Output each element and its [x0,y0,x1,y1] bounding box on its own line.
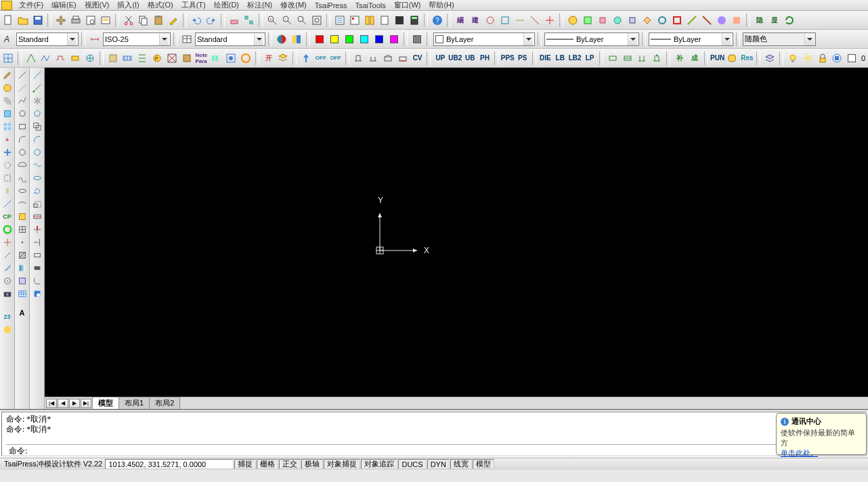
layer-stack-icon[interactable] [763,51,777,65]
vt3-trim-icon[interactable] [31,223,43,236]
vt1-pattern-icon[interactable] [1,95,14,107]
design-center-icon[interactable] [348,14,362,27]
menu-insert[interactable]: 插入(I) [113,0,143,10]
polar-toggle[interactable]: 极轴 [301,459,323,469]
vt3-arc-icon[interactable] [31,133,43,146]
vt1-num23-icon[interactable]: 23 [1,311,14,323]
row3-icon-2[interactable] [24,51,38,65]
linetype-combo[interactable]: ByLayer [544,32,639,46]
row3-die[interactable]: DIE [539,51,552,65]
vt3-extend-icon[interactable] [31,236,43,248]
row3-icon-6[interactable] [83,51,97,65]
ext2-icon-10[interactable] [700,14,714,27]
vt1-palette-icon[interactable] [1,82,14,94]
vt1-target-icon[interactable] [1,275,14,287]
cn-show-icon[interactable]: 显 [768,14,781,27]
redo-icon[interactable] [204,14,218,27]
ext2-icon-7[interactable] [655,14,669,27]
row3-section-3[interactable] [381,51,395,65]
row3-db-icon[interactable] [726,51,739,65]
tab-layout1[interactable]: 布局1 [118,397,150,410]
swatch-yellow[interactable] [328,32,341,46]
row3-pps[interactable]: PPS [501,51,515,65]
vt3-circle-icon[interactable] [31,146,43,158]
tab-model[interactable]: 模型 [92,397,119,410]
circle-icon[interactable] [16,146,28,158]
balloon-link[interactable]: 单击此处。 [781,449,818,457]
row3-off1-icon[interactable]: OFF [314,51,328,65]
vt3-pentagon-icon[interactable] [31,108,43,120]
menu-window[interactable]: 窗口(W) [390,0,425,10]
properties-icon[interactable] [333,14,347,27]
vt1-pan-icon[interactable] [1,185,14,197]
spline-icon[interactable] [16,172,28,184]
vt3-offset-icon[interactable] [31,121,43,133]
table-style-icon[interactable] [180,32,194,46]
tab-nav-next[interactable]: ▶ [69,399,80,408]
copy-icon[interactable] [137,14,150,27]
print-icon[interactable] [69,14,83,27]
menu-modify[interactable]: 修改(M) [276,0,311,10]
row3-section-4[interactable] [396,51,410,65]
vt1-green-ring-icon[interactable] [1,223,14,236]
cn-hide-icon[interactable]: 隐 [753,14,766,27]
ext2-icon-12[interactable] [730,14,743,27]
zoom-prev-icon[interactable] [295,14,309,27]
bylayer-badge-icon[interactable] [290,32,303,46]
vt3-line-icon[interactable] [31,69,43,81]
menu-draw[interactable]: 绘图(D) [210,0,243,10]
cn-icon-1[interactable]: 綑 [454,14,467,27]
vt3-rotate-icon[interactable] [31,185,43,197]
row3-icon-9[interactable] [135,51,149,65]
row3-up-arrow-icon[interactable] [299,51,313,65]
row3-misc-2[interactable] [621,51,634,65]
row3-section-2[interactable] [366,51,380,65]
row3-icon-10[interactable]: P [150,51,164,65]
ext2-icon-9[interactable] [685,14,699,27]
chevron-down-icon[interactable] [254,33,263,45]
markup-icon[interactable] [393,14,406,27]
match-prop-icon[interactable] [167,14,180,27]
row3-off2-icon[interactable]: OFF [329,51,343,65]
ext-icon-4[interactable] [528,14,542,27]
command-prompt[interactable]: 命令: [6,444,862,454]
polygon-icon[interactable] [16,108,28,120]
menu-tsaitools[interactable]: TsaiTools [351,1,389,9]
vt1-move-icon[interactable] [1,146,14,158]
construction-line-icon[interactable] [16,82,28,94]
layer-color-combo[interactable]: ByLayer [433,32,535,46]
row3-ph[interactable]: PH [478,51,492,65]
open-icon[interactable] [16,14,30,27]
ext2-icon-4[interactable] [611,14,624,27]
swatch-grey[interactable] [410,32,424,46]
menu-view[interactable]: 视图(V) [81,0,114,10]
new-icon[interactable] [1,14,15,27]
row3-lb[interactable]: LB [553,51,567,65]
command-history[interactable]: 命令: *取消* 命令: *取消* 命令: [1,412,867,456]
swatch-red[interactable] [313,32,326,46]
vt1-brush-icon[interactable] [1,69,14,81]
erase-icon[interactable] [227,14,241,27]
gradient-icon[interactable] [16,262,28,274]
table-icon[interactable] [16,288,28,300]
ext2-icon-3[interactable] [596,14,609,27]
vt3-stretch-icon[interactable] [31,211,43,223]
ext2-icon-5[interactable] [626,14,639,27]
menu-tools[interactable]: 工具(T) [177,0,210,10]
row3-icon-15[interactable] [239,51,253,65]
row3-ub2[interactable]: UB2 [448,51,462,65]
vt3-break2-icon[interactable] [31,262,43,274]
text-style-combo[interactable]: Standard [16,32,79,46]
pan-icon[interactable] [54,14,68,27]
ducs-toggle[interactable]: DUCS [398,459,426,469]
row3-cv[interactable]: CV [411,51,425,65]
publish-icon[interactable] [99,14,112,27]
paste-icon[interactable] [152,14,165,27]
polyline-icon[interactable] [16,95,28,107]
chevron-down-icon[interactable] [804,33,814,45]
row3-stack-icon[interactable] [276,51,290,65]
make-block-icon[interactable] [16,223,28,236]
vt1-camera-icon[interactable] [1,288,14,300]
table-style-combo[interactable]: Standard [195,32,265,46]
mtext-icon[interactable]: A [16,307,28,319]
